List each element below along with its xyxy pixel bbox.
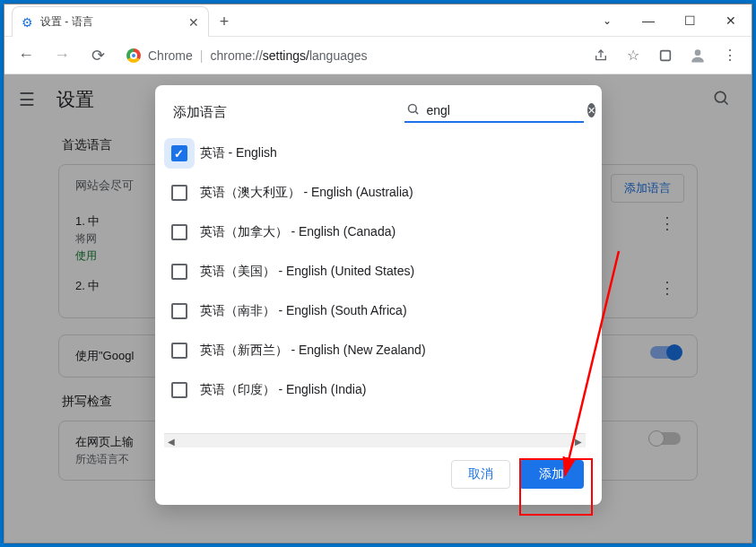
search-input[interactable] (423, 101, 587, 119)
language-option-label: 英语（美国） - English (United States) (200, 264, 415, 280)
titlebar: ⚙ 设置 - 语言 ✕ + ⌄ — ☐ ✕ (4, 4, 752, 37)
checkbox[interactable] (171, 264, 187, 280)
language-option[interactable]: 英语（新西兰） - English (New Zealand) (162, 331, 598, 370)
svg-point-1 (695, 49, 701, 56)
forward-button[interactable]: → (48, 41, 76, 70)
tab-title: 设置 - 语言 (40, 14, 93, 30)
extensions-icon[interactable] (651, 41, 680, 70)
cancel-button[interactable]: 取消 (451, 460, 510, 489)
new-tab-button[interactable]: + (209, 6, 239, 37)
url-text: chrome://settings/languages (210, 48, 367, 63)
bookmark-star-icon[interactable]: ☆ (619, 41, 647, 70)
horizontal-scrollbar[interactable]: ◀ ▶ (164, 433, 586, 447)
language-option-label: 英语（新西兰） - English (New Zealand) (200, 343, 426, 359)
language-option-label: 英语（印度） - English (India) (200, 382, 367, 398)
checkbox[interactable] (171, 185, 187, 201)
language-option-label: 英语（南非） - English (South Africa) (200, 303, 407, 319)
language-option-label: 英语（加拿大） - English (Canada) (200, 224, 396, 240)
reload-button[interactable]: ⟳ (83, 41, 112, 70)
add-button[interactable]: 添加 (519, 460, 584, 489)
language-option[interactable]: 英语（印度） - English (India) (162, 370, 598, 410)
gear-icon: ⚙ (22, 15, 33, 30)
minimize-button[interactable]: — (628, 4, 669, 37)
checkbox[interactable] (171, 303, 187, 319)
scroll-right-icon[interactable]: ▶ (571, 434, 586, 448)
add-language-dialog: 添加语言 ✕ 英语 - English英语（澳大利亚） - English (A… (155, 85, 602, 505)
dialog-body: 英语 - English英语（澳大利亚） - English (Australi… (155, 128, 602, 433)
tabs-dropdown-icon[interactable]: ⌄ (587, 4, 628, 37)
share-icon[interactable] (587, 41, 615, 70)
close-window-button[interactable]: ✕ (710, 4, 752, 37)
dialog-search[interactable]: ✕ (404, 101, 584, 123)
svg-line-5 (415, 111, 418, 114)
dialog-header: 添加语言 ✕ (155, 85, 602, 128)
toolbar-right: ☆ ⋮ (587, 41, 744, 70)
language-option[interactable]: 英语（澳大利亚） - English (Australia) (162, 173, 598, 213)
chrome-label: Chrome (148, 48, 193, 63)
language-option[interactable]: 英语 - English (162, 134, 598, 173)
language-option[interactable]: 英语（加拿大） - English (Canada) (162, 213, 598, 252)
language-option[interactable]: 英语（南非） - English (South Africa) (162, 291, 598, 331)
browser-tab[interactable]: ⚙ 设置 - 语言 ✕ (12, 6, 209, 37)
checkbox[interactable] (171, 224, 187, 240)
search-icon (406, 102, 420, 118)
svg-point-4 (408, 105, 416, 113)
page-content: ☰ 设置 首选语言 网站会尽可 添加语言 1. 中 将网 使用 ⋮ (4, 74, 752, 543)
close-tab-icon[interactable]: ✕ (188, 15, 199, 30)
kebab-menu-icon[interactable]: ⋮ (716, 41, 744, 70)
url-box[interactable]: Chrome | chrome://settings/languages (119, 42, 579, 69)
chrome-logo-icon (126, 48, 141, 63)
maximize-button[interactable]: ☐ (669, 4, 710, 37)
svg-rect-0 (661, 50, 671, 60)
browser-window: ⚙ 设置 - 语言 ✕ + ⌄ — ☐ ✕ ← → ⟳ Chrome | chr… (4, 4, 752, 543)
back-button[interactable]: ← (12, 41, 40, 70)
modal-overlay: 添加语言 ✕ 英语 - English英语（澳大利亚） - English (A… (4, 74, 752, 543)
language-list[interactable]: 英语 - English英语（澳大利亚） - English (Australi… (162, 134, 598, 433)
window-controls: ⌄ — ☐ ✕ (587, 4, 752, 36)
url-separator: | (200, 48, 204, 63)
checkbox[interactable] (171, 382, 187, 398)
checkbox[interactable] (171, 145, 187, 161)
checkbox[interactable] (171, 343, 187, 359)
language-option[interactable]: 英语（美国） - English (United States) (162, 252, 598, 291)
address-bar: ← → ⟳ Chrome | chrome://settings/languag… (4, 37, 752, 74)
clear-search-icon[interactable]: ✕ (587, 103, 595, 117)
scroll-left-icon[interactable]: ◀ (164, 434, 178, 448)
language-option-label: 英语 - English (200, 145, 277, 161)
profile-avatar-icon[interactable] (683, 41, 712, 70)
dialog-title: 添加语言 (173, 104, 227, 121)
language-option-label: 英语（澳大利亚） - English (Australia) (200, 185, 413, 201)
dialog-footer: 取消 添加 (155, 447, 602, 505)
